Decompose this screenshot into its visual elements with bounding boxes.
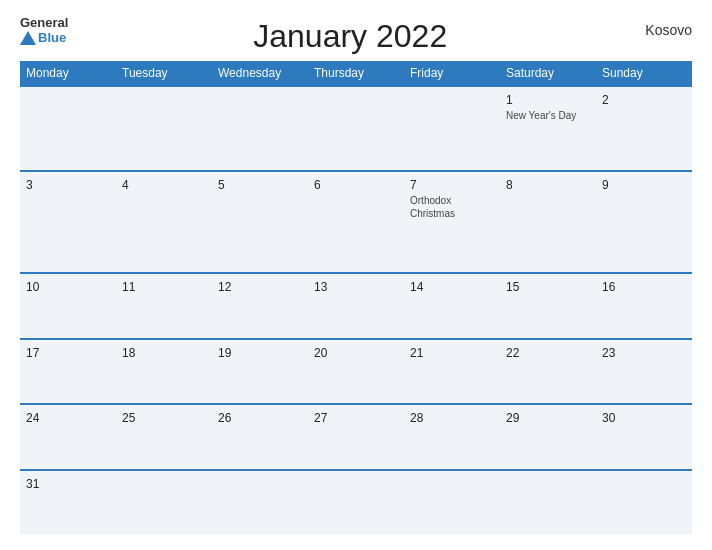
calendar-cell (596, 470, 692, 534)
day-number: 15 (506, 280, 590, 294)
day-number: 31 (26, 477, 110, 491)
calendar-cell (404, 86, 500, 171)
day-event-label: Orthodox Christmas (410, 194, 494, 220)
day-number: 27 (314, 411, 398, 425)
calendar-cell: 20 (308, 339, 404, 404)
day-number: 20 (314, 346, 398, 360)
header-friday: Friday (404, 61, 500, 86)
calendar-cell: 25 (116, 404, 212, 469)
calendar-title: January 2022 (68, 16, 632, 55)
day-number: 3 (26, 178, 110, 192)
calendar-cell: 19 (212, 339, 308, 404)
calendar-cell: 7Orthodox Christmas (404, 171, 500, 273)
day-number: 9 (602, 178, 686, 192)
day-number: 21 (410, 346, 494, 360)
calendar-cell: 8 (500, 171, 596, 273)
calendar-table: Monday Tuesday Wednesday Thursday Friday… (20, 61, 692, 534)
calendar-cell: 30 (596, 404, 692, 469)
calendar-cell (500, 470, 596, 534)
day-number: 18 (122, 346, 206, 360)
calendar-week-row: 34567Orthodox Christmas89 (20, 171, 692, 273)
calendar-cell: 15 (500, 273, 596, 338)
day-number: 28 (410, 411, 494, 425)
calendar-cell (404, 470, 500, 534)
calendar-cell: 22 (500, 339, 596, 404)
day-number: 14 (410, 280, 494, 294)
calendar-cell: 13 (308, 273, 404, 338)
calendar-cell (116, 470, 212, 534)
calendar-cell: 4 (116, 171, 212, 273)
day-number: 12 (218, 280, 302, 294)
day-number: 1 (506, 93, 590, 107)
logo-blue-text: Blue (38, 30, 66, 45)
day-number: 25 (122, 411, 206, 425)
day-number: 11 (122, 280, 206, 294)
page-header: General Blue January 2022 Kosovo (20, 16, 692, 55)
calendar-cell: 6 (308, 171, 404, 273)
calendar-cell: 16 (596, 273, 692, 338)
day-number: 6 (314, 178, 398, 192)
day-number: 16 (602, 280, 686, 294)
header-tuesday: Tuesday (116, 61, 212, 86)
calendar-cell (20, 86, 116, 171)
day-number: 19 (218, 346, 302, 360)
country-label: Kosovo (632, 16, 692, 38)
calendar-cell: 10 (20, 273, 116, 338)
calendar-cell: 3 (20, 171, 116, 273)
calendar-cell (308, 470, 404, 534)
calendar-cell: 9 (596, 171, 692, 273)
calendar-cell (308, 86, 404, 171)
day-number: 8 (506, 178, 590, 192)
header-sunday: Sunday (596, 61, 692, 86)
header-saturday: Saturday (500, 61, 596, 86)
logo-triangle-icon (20, 31, 36, 45)
logo-general-text: General (20, 16, 68, 30)
calendar-week-row: 1New Year's Day2 (20, 86, 692, 171)
day-number: 2 (602, 93, 686, 107)
day-number: 17 (26, 346, 110, 360)
day-number: 29 (506, 411, 590, 425)
header-wednesday: Wednesday (212, 61, 308, 86)
calendar-cell: 11 (116, 273, 212, 338)
calendar-week-row: 24252627282930 (20, 404, 692, 469)
calendar-cell: 2 (596, 86, 692, 171)
calendar-cell: 26 (212, 404, 308, 469)
calendar-cell: 14 (404, 273, 500, 338)
calendar-cell: 24 (20, 404, 116, 469)
calendar-week-row: 17181920212223 (20, 339, 692, 404)
calendar-cell: 1New Year's Day (500, 86, 596, 171)
day-number: 4 (122, 178, 206, 192)
calendar-week-row: 31 (20, 470, 692, 534)
calendar-cell: 12 (212, 273, 308, 338)
day-number: 30 (602, 411, 686, 425)
calendar-cell: 29 (500, 404, 596, 469)
calendar-cell: 21 (404, 339, 500, 404)
weekday-header-row: Monday Tuesday Wednesday Thursday Friday… (20, 61, 692, 86)
calendar-cell: 31 (20, 470, 116, 534)
calendar-week-row: 10111213141516 (20, 273, 692, 338)
day-number: 22 (506, 346, 590, 360)
day-number: 23 (602, 346, 686, 360)
calendar-cell: 27 (308, 404, 404, 469)
day-number: 24 (26, 411, 110, 425)
logo: General Blue (20, 16, 68, 45)
logo-blue-row: Blue (20, 30, 66, 45)
day-event-label: New Year's Day (506, 109, 590, 122)
calendar-cell: 17 (20, 339, 116, 404)
day-number: 5 (218, 178, 302, 192)
header-thursday: Thursday (308, 61, 404, 86)
calendar-cell: 5 (212, 171, 308, 273)
day-number: 26 (218, 411, 302, 425)
day-number: 7 (410, 178, 494, 192)
calendar-cell (116, 86, 212, 171)
calendar-cell: 18 (116, 339, 212, 404)
day-number: 10 (26, 280, 110, 294)
calendar-cell (212, 470, 308, 534)
calendar-cell (212, 86, 308, 171)
header-monday: Monday (20, 61, 116, 86)
day-number: 13 (314, 280, 398, 294)
calendar-cell: 23 (596, 339, 692, 404)
calendar-cell: 28 (404, 404, 500, 469)
